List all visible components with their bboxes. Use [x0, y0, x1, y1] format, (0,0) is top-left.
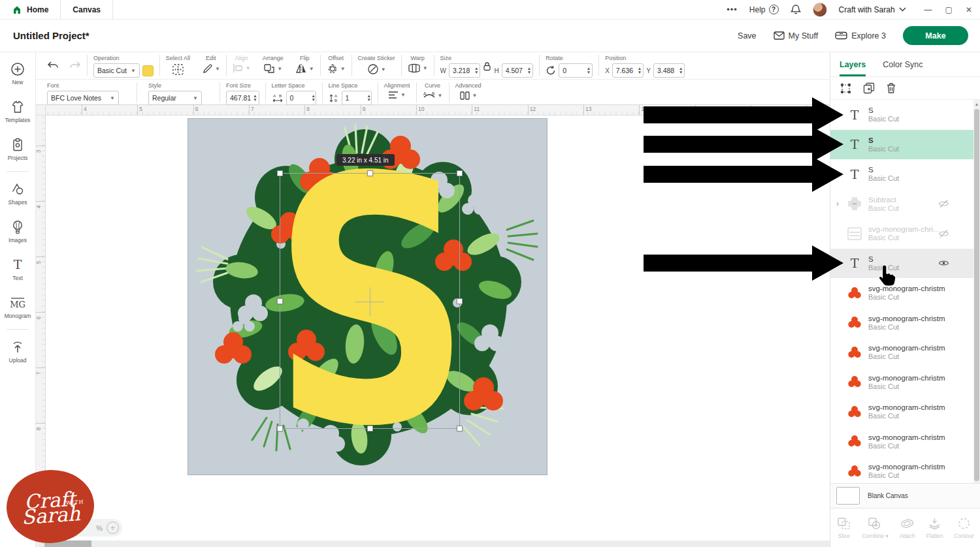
horizontal-scrollbar[interactable]	[36, 540, 830, 547]
explore-machine-button[interactable]: Explore 3	[835, 31, 886, 40]
create-sticker-button[interactable]: Create Sticker ▼	[352, 52, 401, 75]
delete-icon[interactable]	[886, 82, 896, 94]
redo-icon[interactable]	[69, 61, 81, 70]
combine-button[interactable]: Combine ▾	[862, 517, 889, 539]
select-all-button[interactable]: Select All	[160, 52, 196, 76]
line-space-input[interactable]: 1▲▼	[342, 91, 372, 105]
layer-row[interactable]: svg-monogram-christm...Basic Cut	[830, 367, 974, 398]
style-select[interactable]: Regular▼	[148, 91, 202, 105]
layer-row[interactable]: TSBasic Cut	[830, 130, 974, 160]
sidebar-item-images[interactable]: Images	[8, 219, 27, 243]
selection-handle-sw[interactable]	[277, 426, 283, 431]
color-swatch[interactable]	[142, 65, 154, 76]
selection-handle-ne[interactable]	[457, 170, 463, 176]
arrange-button[interactable]: Arrange ▼	[257, 52, 289, 74]
operation-select[interactable]: Basic Cut▼	[93, 63, 140, 78]
tab-canvas[interactable]: Canvas	[60, 0, 113, 19]
selection-handle-se[interactable]	[457, 426, 463, 431]
zoom-in-icon[interactable]: +	[106, 522, 119, 534]
sidebar-item-text[interactable]: TText	[10, 257, 25, 281]
layer-row[interactable]: svg-monogram-christm...Basic Cut	[830, 337, 974, 367]
letter-space-icon: AB	[272, 93, 284, 102]
selection-handle-e[interactable]	[457, 298, 463, 304]
selection-handle-s[interactable]	[367, 426, 373, 431]
eye-hidden-icon[interactable]	[938, 199, 949, 208]
selection-handle-w[interactable]	[277, 298, 283, 304]
layer-row[interactable]: svg-monogram-christm...Basic Cut	[830, 278, 974, 308]
minimize-button[interactable]: —	[924, 5, 932, 14]
advanced-icon	[459, 91, 470, 101]
sidebar-item-monogram[interactable]: MGMonogram	[5, 295, 31, 319]
edit-button[interactable]: Edit ▼	[196, 52, 226, 74]
avatar[interactable]	[813, 3, 827, 17]
my-stuff-button[interactable]: My Stuff	[774, 31, 819, 40]
layer-row[interactable]: svg-monogram-christm...Basic Cut	[830, 397, 974, 427]
position-y-input[interactable]: 3.488▲▼	[653, 63, 685, 78]
maximize-button[interactable]: ▢	[945, 5, 953, 14]
eye-icon[interactable]	[938, 259, 949, 267]
font-select[interactable]: BFC Love Notes▼	[47, 91, 119, 105]
cricut-design-space-window: Home Canvas ••• Help ? Craft with Sarah …	[0, 0, 980, 547]
width-input[interactable]: 3.218▲▼	[449, 63, 480, 78]
font-size-input[interactable]: 467.81▲▼	[226, 91, 259, 105]
notifications-bell-icon[interactable]	[791, 4, 801, 15]
sidebar-item-projects[interactable]: Projects	[8, 137, 28, 161]
image-layer-icon	[847, 465, 862, 478]
close-button[interactable]: ✕	[966, 5, 972, 14]
letter-space-input[interactable]: 0▲▼	[286, 91, 316, 105]
attach-button[interactable]: Attach	[900, 517, 915, 539]
selection-handle-nw[interactable]	[277, 170, 283, 176]
alignment-icon	[388, 91, 399, 99]
scroll-up-icon[interactable]: ▲	[973, 100, 980, 108]
tab-layers[interactable]: Layers	[840, 60, 866, 76]
layer-row[interactable]: TSBasic Cut	[830, 159, 974, 189]
sidebar-item-upload[interactable]: Upload	[9, 339, 27, 364]
advanced-button[interactable]: Advanced ▼	[449, 80, 487, 101]
layer-row[interactable]: TSBasic Cut	[830, 100, 974, 130]
save-button[interactable]: Save	[738, 31, 757, 40]
duplicate-icon[interactable]	[863, 82, 875, 94]
warp-button[interactable]: Warp ▼	[402, 52, 434, 73]
sidebar-item-label: Monogram	[5, 313, 31, 319]
layers-scrollbar[interactable]: ▲ ▼	[973, 100, 980, 495]
rotate-icon[interactable]	[546, 65, 556, 76]
undo-icon[interactable]	[47, 61, 59, 70]
blank-canvas-row[interactable]: Blank Canvas	[830, 483, 980, 508]
blank-canvas-swatch[interactable]	[836, 487, 860, 505]
pencil-icon	[202, 63, 213, 74]
layer-row[interactable]: svg-monogram-chri...Basic Cut	[830, 219, 974, 249]
position-x-input[interactable]: 7.636▲▼	[612, 63, 644, 78]
help-button[interactable]: Help ?	[749, 5, 779, 14]
sidebar-item-shapes[interactable]: Shapes	[8, 181, 27, 206]
make-button[interactable]: Make	[903, 26, 968, 45]
tab-color-sync[interactable]: Color Sync	[883, 60, 923, 76]
alignment-button[interactable]: Alignment ▼	[378, 80, 416, 99]
flip-button[interactable]: Flip ▼	[289, 52, 320, 74]
contour-button[interactable]: Contour	[954, 517, 973, 539]
height-input[interactable]: 4.507▲▼	[502, 63, 533, 78]
selection-handle-n[interactable]	[367, 170, 373, 176]
expander-chevron-icon[interactable]: ›	[836, 199, 839, 208]
group-icon[interactable]	[840, 82, 852, 95]
offset-button[interactable]: Offset ▼	[321, 52, 351, 74]
flatten-button[interactable]: Flatten	[926, 517, 943, 539]
sidebar-item-templates[interactable]: Templates	[5, 99, 31, 123]
layer-row[interactable]: svg-monogram-christm...Basic Cut	[830, 427, 974, 457]
sidebar-item-new[interactable]: New	[10, 61, 25, 86]
account-name: Craft with Sarah	[839, 5, 895, 14]
lock-icon[interactable]	[483, 61, 491, 71]
svg-text:A: A	[273, 94, 276, 98]
font-size-label: Font Size	[226, 82, 251, 89]
rotate-input[interactable]: 0▲▼	[559, 63, 593, 78]
overflow-menu-icon[interactable]: •••	[727, 5, 738, 14]
layer-row[interactable]: svg-monogram-christm...Basic Cut	[830, 456, 974, 486]
layer-row[interactable]: svg-monogram-christm...Basic Cut	[830, 308, 974, 338]
layer-row[interactable]: ›SubtractBasic Cut	[830, 189, 974, 219]
account-menu[interactable]: Craft with Sarah	[839, 5, 906, 14]
slice-button[interactable]: Slice	[837, 517, 851, 539]
layer-row[interactable]: TSBasic Cut	[830, 249, 974, 279]
layers-scrollbar-thumb[interactable]	[974, 109, 979, 481]
eye-hidden-icon[interactable]	[938, 229, 949, 238]
curve-button[interactable]: Curve AB▼	[417, 80, 449, 100]
tab-home[interactable]: Home	[0, 0, 60, 19]
